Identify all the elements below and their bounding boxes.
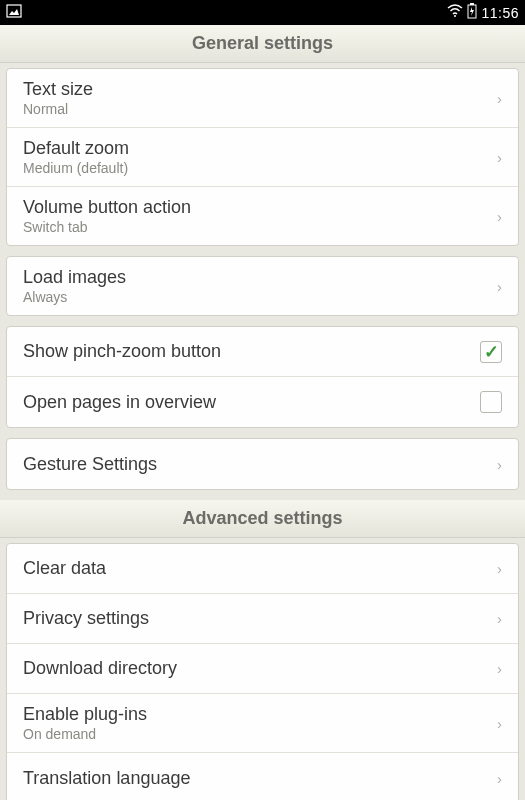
svg-rect-4: [470, 3, 474, 5]
section-header-general: General settings: [0, 25, 525, 63]
pinch-zoom-title: Show pinch-zoom button: [23, 341, 480, 362]
checkmark-icon: ✓: [484, 343, 499, 361]
text-size-value: Normal: [23, 101, 489, 117]
chevron-right-icon: ›: [497, 149, 502, 166]
clear-data-row[interactable]: Clear data ›: [7, 544, 518, 594]
default-zoom-title: Default zoom: [23, 138, 489, 159]
translation-title: Translation language: [23, 768, 489, 789]
load-images-title: Load images: [23, 267, 489, 288]
chevron-right-icon: ›: [497, 770, 502, 787]
translation-row[interactable]: Translation language ›: [7, 753, 518, 800]
privacy-settings-row[interactable]: Privacy settings ›: [7, 594, 518, 644]
default-zoom-value: Medium (default): [23, 160, 489, 176]
wifi-icon: [447, 4, 463, 22]
group-general-1: Text size Normal › Default zoom Medium (…: [6, 68, 519, 246]
pinch-zoom-checkbox[interactable]: ✓: [480, 341, 502, 363]
group-general-2: Load images Always ›: [6, 256, 519, 316]
text-size-row[interactable]: Text size Normal ›: [7, 69, 518, 128]
battery-charging-icon: [467, 3, 477, 23]
chevron-right-icon: ›: [497, 610, 502, 627]
image-icon: [6, 4, 22, 22]
volume-action-title: Volume button action: [23, 197, 489, 218]
svg-rect-0: [7, 5, 21, 17]
status-bar: 11:56: [0, 0, 525, 25]
clear-data-title: Clear data: [23, 558, 489, 579]
section-header-advanced: Advanced settings: [0, 500, 525, 538]
chevron-right-icon: ›: [497, 715, 502, 732]
overview-title: Open pages in overview: [23, 392, 480, 413]
chevron-right-icon: ›: [497, 208, 502, 225]
svg-marker-1: [9, 9, 19, 15]
privacy-title: Privacy settings: [23, 608, 489, 629]
gesture-settings-title: Gesture Settings: [23, 454, 489, 475]
chevron-right-icon: ›: [497, 560, 502, 577]
svg-point-2: [454, 15, 456, 17]
default-zoom-row[interactable]: Default zoom Medium (default) ›: [7, 128, 518, 187]
download-title: Download directory: [23, 658, 489, 679]
gesture-settings-row[interactable]: Gesture Settings ›: [7, 439, 518, 489]
overview-checkbox[interactable]: [480, 391, 502, 413]
load-images-row[interactable]: Load images Always ›: [7, 257, 518, 315]
plugins-value: On demand: [23, 726, 489, 742]
volume-action-row[interactable]: Volume button action Switch tab ›: [7, 187, 518, 245]
volume-action-value: Switch tab: [23, 219, 489, 235]
status-time: 11:56: [481, 5, 519, 21]
svg-marker-5: [470, 7, 474, 16]
group-general-3: Show pinch-zoom button ✓ Open pages in o…: [6, 326, 519, 428]
plugins-title: Enable plug-ins: [23, 704, 489, 725]
load-images-value: Always: [23, 289, 489, 305]
chevron-right-icon: ›: [497, 456, 502, 473]
download-directory-row[interactable]: Download directory ›: [7, 644, 518, 694]
chevron-right-icon: ›: [497, 278, 502, 295]
overview-row[interactable]: Open pages in overview: [7, 377, 518, 427]
text-size-title: Text size: [23, 79, 489, 100]
chevron-right-icon: ›: [497, 660, 502, 677]
group-general-4: Gesture Settings ›: [6, 438, 519, 490]
group-advanced: Clear data › Privacy settings › Download…: [6, 543, 519, 800]
plugins-row[interactable]: Enable plug-ins On demand ›: [7, 694, 518, 753]
pinch-zoom-row[interactable]: Show pinch-zoom button ✓: [7, 327, 518, 377]
chevron-right-icon: ›: [497, 90, 502, 107]
